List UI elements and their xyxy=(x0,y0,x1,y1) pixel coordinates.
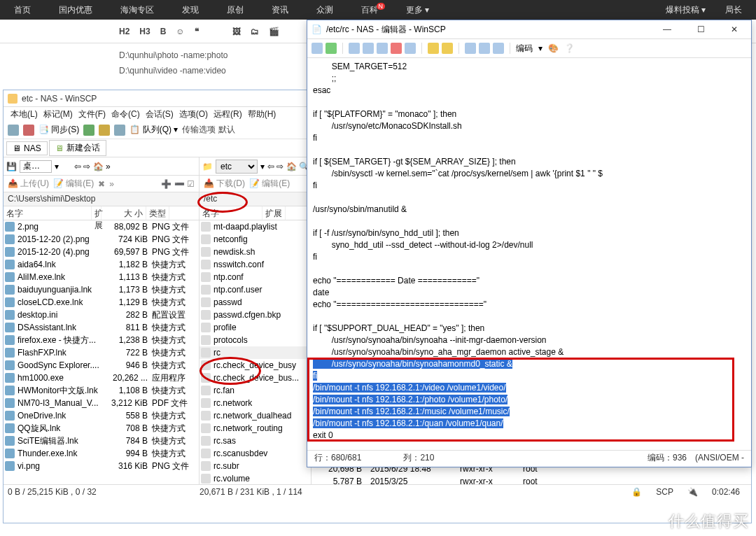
list-item[interactable]: ntp.conf.user xyxy=(200,283,311,296)
list-item[interactable]: hm1000.exe20,262 ...应用程序 xyxy=(4,372,199,384)
tool-icon[interactable] xyxy=(99,125,110,136)
nav-item[interactable]: 发现 xyxy=(182,4,199,16)
list-item[interactable]: vi.png316 KiBPNG 文件 xyxy=(4,460,199,472)
list-item[interactable]: protocols xyxy=(200,334,311,346)
list-item[interactable]: rc.volume xyxy=(200,472,311,484)
nav-item[interactable]: 众测 xyxy=(316,4,333,16)
list-item[interactable]: 2015-12-20 (4).png69,597 BPNG 文件 xyxy=(4,246,199,258)
list-item[interactable]: rc.check_device_busy xyxy=(200,359,311,372)
encoding-menu[interactable]: 编码 xyxy=(516,43,533,55)
list-item[interactable]: aida64.lnk1,182 B快捷方式 xyxy=(4,258,199,271)
list-item[interactable]: nsswitch.conf xyxy=(200,258,311,271)
download-button[interactable]: 📥 下载(D) xyxy=(204,178,245,190)
local-path-input[interactable] xyxy=(20,160,52,173)
list-item[interactable]: closeLCD.exe.lnk1,129 B快捷方式 xyxy=(4,296,199,309)
maximize-button[interactable]: ☐ xyxy=(688,24,713,34)
paste-icon[interactable] xyxy=(377,43,388,54)
sync-button[interactable]: 📑 同步(S) xyxy=(38,124,79,136)
quote-icon[interactable]: ❝ xyxy=(195,27,199,36)
list-item[interactable]: HWMonitor中文版.lnk1,108 B快捷方式 xyxy=(4,384,199,397)
list-item[interactable]: netconfig xyxy=(200,233,311,246)
list-item[interactable]: FlashFXP.lnk722 B快捷方式 xyxy=(4,346,199,359)
tool-icon[interactable] xyxy=(114,125,125,136)
list-item[interactable]: rc.subr xyxy=(200,460,311,472)
save-icon[interactable] xyxy=(312,43,323,54)
nav-icon[interactable] xyxy=(62,162,71,171)
emoji-icon[interactable]: ☺ xyxy=(176,27,184,36)
list-item[interactable]: AliIM.exe.lnk1,113 B快捷方式 xyxy=(4,271,199,283)
delete-icon[interactable] xyxy=(391,43,402,54)
list-item[interactable]: 2.png88,092 BPNG 文件 xyxy=(4,220,199,233)
list-item[interactable]: Thunder.exe.lnk994 B快捷方式 xyxy=(4,447,199,460)
nav-item[interactable]: 海淘专区 xyxy=(120,4,154,16)
list-item[interactable]: QQ旋风.lnk708 B快捷方式 xyxy=(4,422,199,435)
nav-item[interactable]: 国内优惠 xyxy=(59,4,92,16)
tool-icon[interactable] xyxy=(83,125,94,136)
tab-nas[interactable]: 🖥NAS xyxy=(6,141,48,155)
list-item[interactable]: rc.network xyxy=(200,397,311,409)
queue-button[interactable]: 📋 队列(Q) ▾ xyxy=(130,124,178,136)
remote-path-select[interactable]: etc xyxy=(216,160,258,174)
nav-item[interactable]: 原创 xyxy=(227,4,244,16)
tool-icon[interactable] xyxy=(8,125,19,136)
list-item[interactable]: ntp.conf xyxy=(200,271,311,283)
list-item[interactable]: mt-daapd.playlist xyxy=(200,220,311,233)
find-icon[interactable] xyxy=(465,43,476,54)
bold-button[interactable]: B xyxy=(160,27,167,36)
list-item[interactable]: rc.scanusbdev xyxy=(200,447,311,460)
h3-button[interactable]: H3 xyxy=(139,27,150,36)
redo-icon[interactable] xyxy=(442,43,453,54)
list-item[interactable]: firefox.exe - 快捷方...1,238 B快捷方式 xyxy=(4,334,199,346)
tool-icon[interactable] xyxy=(23,125,34,136)
edit-button[interactable]: 📝 编辑(E) xyxy=(53,178,94,190)
replace-icon[interactable] xyxy=(479,43,490,54)
cut-icon[interactable] xyxy=(363,43,374,54)
list-item[interactable]: GoodSync Explorer....946 B快捷方式 xyxy=(4,359,199,372)
minimize-button[interactable]: — xyxy=(654,24,680,34)
image-icon[interactable]: 🖼 xyxy=(232,27,241,36)
copy-icon[interactable] xyxy=(349,43,360,54)
transfer-opts[interactable]: 传输选项 默认 xyxy=(182,124,234,136)
video-icon[interactable]: 🎬 xyxy=(269,27,279,36)
list-item[interactable]: baiduyunguanjia.lnk1,173 B快捷方式 xyxy=(4,283,199,296)
local-file-list[interactable]: 名字扩展大 小类型 2.png88,092 BPNG 文件2015-12-20 … xyxy=(4,206,200,484)
list-item[interactable]: 2015-12-20 (2).png724 KiBPNG 文件 xyxy=(4,233,199,246)
card-icon[interactable]: 🗂 xyxy=(251,27,259,36)
list-item[interactable]: passwd.cfgen.bkp xyxy=(200,309,311,321)
list-item[interactable]: DSAssistant.lnk811 B快捷方式 xyxy=(4,321,199,334)
nav-item[interactable]: 资讯 xyxy=(272,4,288,16)
help-icon[interactable]: ❔ xyxy=(564,43,575,53)
list-item[interactable]: SciTE编辑器.lnk784 B快捷方式 xyxy=(4,435,199,447)
list-item[interactable]: desktop.ini282 B配置设置 xyxy=(4,309,199,321)
h2-button[interactable]: H2 xyxy=(119,27,130,36)
list-item[interactable]: passwd xyxy=(200,296,311,309)
list-item[interactable]: profile xyxy=(200,321,311,334)
close-button[interactable]: ✕ xyxy=(722,24,747,34)
reload-icon[interactable] xyxy=(326,43,337,54)
select-icon[interactable] xyxy=(405,43,416,54)
list-item[interactable]: rc.network_routing xyxy=(200,422,311,435)
remote-file-list[interactable]: 名字扩展 mt-daapd.playlistnetconfignewdisk.s… xyxy=(200,206,312,484)
nav-item[interactable]: 百科N xyxy=(361,4,378,16)
list-item[interactable]: NM70-I3_Manual_V...3,212 KiBPDF 文件 xyxy=(4,397,199,409)
list-item[interactable]: OneDrive.lnk558 B快捷方式 xyxy=(4,409,199,422)
nav-user[interactable]: 局长 xyxy=(725,4,742,16)
list-item[interactable]: rc.check_device_bus... xyxy=(200,372,311,384)
table-row[interactable]: 5,787 B2015/3/25rwxr-xr-xroot xyxy=(312,475,751,484)
nav-item[interactable]: 首页 xyxy=(14,4,31,16)
nav-item-more[interactable]: 更多 ▾ xyxy=(406,4,429,16)
tab-new-session[interactable]: 🖥新建会话 xyxy=(49,140,106,156)
editor-body[interactable]: SEM_TARGET=512 ;; esac if [ "${PLATFORM}… xyxy=(307,58,751,450)
upload-button[interactable]: 📤 上传(U) xyxy=(8,178,49,190)
list-item[interactable]: newdisk.sh xyxy=(200,246,311,258)
list-item[interactable]: rc.sas xyxy=(200,435,311,447)
list-item[interactable]: rc.fan xyxy=(200,384,311,397)
goto-icon[interactable] xyxy=(493,43,504,54)
list-item[interactable]: rc.network_dualhead xyxy=(200,409,311,422)
undo-icon[interactable] xyxy=(428,43,439,54)
edit-button[interactable]: 📝 编辑(E) xyxy=(249,178,290,190)
color-icon[interactable]: 🎨 xyxy=(548,43,559,53)
nav-submit[interactable]: 爆料投稿 ▾ xyxy=(666,4,706,16)
delete-icon[interactable]: ✖ xyxy=(98,179,105,189)
list-item[interactable]: rc xyxy=(200,346,311,359)
